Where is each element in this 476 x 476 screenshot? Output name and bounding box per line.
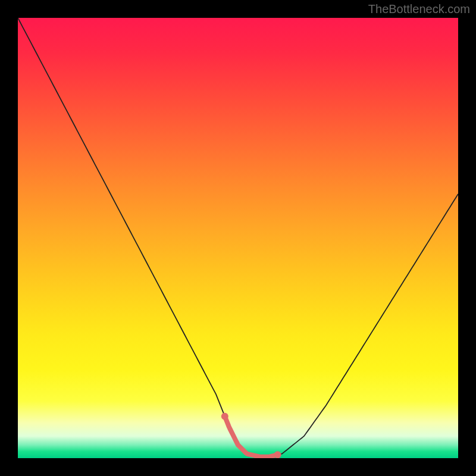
highlight-dot-right xyxy=(274,451,281,458)
curve-path xyxy=(18,18,458,457)
chart-frame: TheBottleneck.com xyxy=(0,0,476,476)
curve-highlight-path xyxy=(225,416,278,457)
watermark-text: TheBottleneck.com xyxy=(368,2,470,16)
bottleneck-curve xyxy=(18,18,458,458)
plot-gradient-background xyxy=(18,18,458,458)
highlight-dot-left xyxy=(221,413,228,420)
